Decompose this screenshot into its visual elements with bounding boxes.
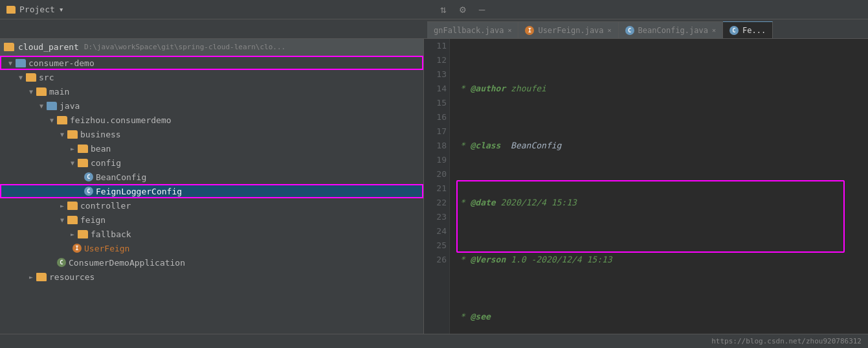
sidebar: cloud_parent D:\java\workSpace\git\sprin… <box>0 39 424 334</box>
tree-item-business[interactable]: ▼ business <box>0 127 423 141</box>
tab-userfeign-label: UserFeign.java <box>538 26 603 35</box>
ln-13: 13 <box>427 67 447 82</box>
code-12-tag: @class <box>470 139 500 153</box>
arrow-config: ▼ <box>67 157 78 168</box>
minimize-icon[interactable]: — <box>479 3 485 16</box>
tree-item-package[interactable]: ▼ feizhou.consumerdemo <box>0 113 423 127</box>
line-numbers: 11 12 13 14 15 16 17 18 19 20 21 22 23 2… <box>424 39 450 334</box>
tree-item-fallback[interactable]: ► fallback <box>0 227 423 241</box>
code-12-val: BeanConfig <box>500 139 561 153</box>
code-11-content: * <box>455 82 470 96</box>
arrow-package: ▼ <box>47 115 57 125</box>
arrow-business: ▼ <box>57 129 67 139</box>
tab-feignlogger-label: Fe... <box>742 26 766 35</box>
folder-java <box>47 102 57 110</box>
title-bar-left: Project ▾ <box>6 5 64 14</box>
tab-bar: gnFallback.java ✕ I UserFeign.java ✕ C B… <box>0 19 868 39</box>
tree-item-java[interactable]: ▼ java <box>0 99 423 113</box>
code-lines[interactable]: * @author zhoufei * @class BeanConfig * … <box>450 39 868 334</box>
code-13-content: * <box>455 196 470 210</box>
label-fallback: fallback <box>91 229 131 239</box>
arrow-resources: ► <box>26 272 36 282</box>
status-bar: https://blog.csdn.net/zhou920786312 <box>0 334 868 348</box>
label-java: java <box>60 101 80 111</box>
code-15-content: * <box>455 310 470 324</box>
code-14-val: 1.0 -2020/12/4 15:13 <box>506 253 612 267</box>
arrow-src: ▼ <box>16 72 26 82</box>
tree-item-consumerdemoapp[interactable]: C ConsumerDemoApplication <box>0 255 423 270</box>
tab-fallback[interactable]: gnFallback.java ✕ <box>427 21 518 38</box>
tree-item-controller[interactable]: ► controller <box>0 198 423 213</box>
code-area[interactable]: 11 12 13 14 15 16 17 18 19 20 21 22 23 2… <box>424 39 868 334</box>
tree-item-feign[interactable]: ▼ feign <box>0 213 423 227</box>
label-beanconfig: BeanConfig <box>96 172 146 182</box>
folder-resources <box>36 273 47 281</box>
arrow-fallback: ► <box>67 229 78 239</box>
tab-feignlogger[interactable]: C Fe... <box>723 21 773 38</box>
tab-userfeign-close[interactable]: ✕ <box>608 27 612 34</box>
label-feignloggerconfig: FeignLoggerConfig <box>96 187 182 196</box>
code-14-tag: @Verson <box>470 253 506 267</box>
label-consumerdemoapp: ConsumerDemoApplication <box>69 258 185 268</box>
tab-beanconfig-label: BeanConfig.java <box>638 26 708 35</box>
code-11-val: zhoufei <box>506 82 546 96</box>
folder-src <box>26 73 36 82</box>
project-root: cloud_parent D:\java\workSpace\git\sprin… <box>0 39 423 56</box>
ln-16: 16 <box>427 110 447 124</box>
ln-26: 26 <box>427 253 447 267</box>
arrow-consumer-demo: ▼ <box>5 58 16 68</box>
title-dropdown-arrow[interactable]: ▾ <box>59 5 64 14</box>
root-project-path: D:\java\workSpace\git\spring-cloud-learn… <box>84 43 285 51</box>
tab-fallback-close[interactable]: ✕ <box>507 27 511 34</box>
tab-beanconfig[interactable]: C BeanConfig.java ✕ <box>619 21 723 38</box>
tree-item-beanconfig[interactable]: C BeanConfig <box>0 170 423 184</box>
tree-item-bean[interactable]: ► bean <box>0 141 423 156</box>
tree-item-src[interactable]: ▼ src <box>0 70 423 84</box>
tab-beanconfig-icon: C <box>625 26 634 35</box>
main-content: cloud_parent D:\java\workSpace\git\sprin… <box>0 39 868 334</box>
tree-item-feignloggerconfig[interactable]: C FeignLoggerConfig <box>0 184 423 198</box>
ln-22: 22 <box>427 196 447 210</box>
tree-item-resources[interactable]: ► resources <box>0 270 423 284</box>
folder-main <box>36 87 47 96</box>
tree-item-config[interactable]: ▼ config <box>0 156 423 170</box>
code-line-11: * @author zhoufei <box>455 82 863 96</box>
code-13-tag: @date <box>470 196 495 210</box>
folder-business <box>67 130 78 139</box>
code-line-13: * @date 2020/12/4 15:13 <box>455 196 863 210</box>
arrow-controller: ► <box>57 200 67 211</box>
arrow-main: ▼ <box>26 86 36 97</box>
code-line-15: * @see <box>455 310 863 324</box>
icon-feignloggerconfig: C <box>84 187 93 196</box>
ln-21: 21 <box>427 181 447 196</box>
tab-userfeign-icon: I <box>525 26 534 35</box>
folder-controller <box>67 202 78 210</box>
title-bar: Project ▾ ⇅ ⚙ — <box>0 0 868 19</box>
label-controller: controller <box>80 201 131 211</box>
arrow-java: ▼ <box>36 100 47 111</box>
gear-icon[interactable]: ⚙ <box>460 3 466 16</box>
tab-userfeign[interactable]: I UserFeign.java ✕ <box>518 21 618 38</box>
arrow-bean: ► <box>67 143 78 154</box>
folder-feign <box>67 216 78 224</box>
code-14-content: * <box>455 253 470 267</box>
status-url: https://blog.csdn.net/zhou920786312 <box>711 337 862 345</box>
folder-bean <box>78 145 88 153</box>
tree-item-userfeign[interactable]: I UserFeign <box>0 241 423 255</box>
label-feign: feign <box>80 215 106 225</box>
tree-item-consumer-demo[interactable]: ▼ consumer-demo <box>0 56 423 70</box>
ln-20: 20 <box>427 167 447 181</box>
swap-icon[interactable]: ⇅ <box>440 3 447 16</box>
title-project-label: Project <box>19 5 55 14</box>
label-src: src <box>39 73 54 82</box>
ln-14: 14 <box>427 82 447 96</box>
code-line-12: * @class BeanConfig <box>455 139 863 153</box>
project-folder-icon <box>6 6 16 14</box>
arrow-feign: ▼ <box>57 215 67 225</box>
code-12-content: * <box>455 139 470 153</box>
ln-11: 11 <box>427 39 447 53</box>
tree-item-main[interactable]: ▼ main <box>0 84 423 99</box>
tab-beanconfig-close[interactable]: ✕ <box>712 27 716 34</box>
label-userfeign: UserFeign <box>84 244 129 253</box>
ln-19: 19 <box>427 153 447 167</box>
